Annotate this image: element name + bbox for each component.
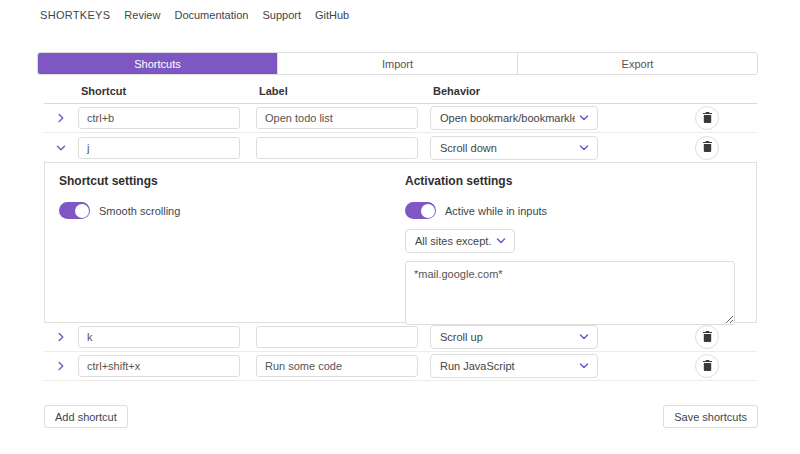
chevron-down-icon <box>579 115 589 122</box>
chevron-down-icon[interactable] <box>56 143 66 153</box>
label-input[interactable] <box>256 107 418 129</box>
behavior-select[interactable]: Open bookmark/bookmarklet in cu <box>430 106 598 130</box>
shortcut-settings-title: Shortcut settings <box>59 174 405 188</box>
chevron-down-icon <box>579 363 589 370</box>
behavior-select[interactable]: Run JavaScript <box>430 354 598 378</box>
top-nav: SHORTKEYS Review Documentation Support G… <box>0 0 800 21</box>
sites-scope-select[interactable]: All sites except... <box>405 229 515 253</box>
table-row: Scroll up <box>44 323 757 352</box>
chevron-down-icon <box>496 238 506 245</box>
shortcuts-table: Shortcut Label Behavior Open bookmark/bo… <box>44 88 757 381</box>
label-input[interactable] <box>256 355 418 377</box>
table-row: Scroll down <box>44 133 757 162</box>
header-behavior: Behavior <box>430 85 598 97</box>
activation-settings-title: Activation settings <box>405 174 742 188</box>
trash-icon <box>703 359 712 374</box>
shortcut-input[interactable] <box>78 137 240 159</box>
table-row: Open bookmark/bookmarklet in cu <box>44 104 757 133</box>
trash-icon <box>703 111 712 126</box>
tab-import[interactable]: Import <box>277 53 517 74</box>
shortcut-settings-panel: Shortcut settings Smooth scrolling Activ… <box>44 162 757 323</box>
smooth-scrolling-toggle[interactable] <box>59 202 90 219</box>
header-shortcut: Shortcut <box>78 85 240 97</box>
table-row: Run JavaScript <box>44 352 757 381</box>
chevron-right-icon[interactable] <box>56 361 66 371</box>
tab-export[interactable]: Export <box>517 53 757 74</box>
tab-shortcuts[interactable]: Shortcuts <box>38 53 277 74</box>
nav-link-support[interactable]: Support <box>262 9 301 21</box>
add-shortcut-button[interactable]: Add shortcut <box>44 405 128 428</box>
sites-textarea[interactable]: *mail.google.com* <box>405 261 735 325</box>
header-label: Label <box>256 85 418 97</box>
label-input[interactable] <box>256 137 418 159</box>
shortcut-input[interactable] <box>78 107 240 129</box>
brand-title: SHORTKEYS <box>40 9 110 21</box>
chevron-right-icon[interactable] <box>56 113 66 123</box>
table-header: Shortcut Label Behavior <box>44 88 757 104</box>
delete-shortcut-button[interactable] <box>695 354 719 378</box>
trash-icon <box>703 140 712 155</box>
chevron-down-icon <box>579 144 589 151</box>
delete-shortcut-button[interactable] <box>695 136 719 160</box>
shortcut-input[interactable] <box>78 355 240 377</box>
behavior-select[interactable]: Scroll up <box>430 325 598 349</box>
smooth-scrolling-label: Smooth scrolling <box>99 205 180 217</box>
nav-link-documentation[interactable]: Documentation <box>174 9 248 21</box>
trash-icon <box>703 330 712 345</box>
save-shortcuts-button[interactable]: Save shortcuts <box>663 405 758 428</box>
active-while-in-inputs-toggle[interactable] <box>405 202 436 219</box>
behavior-select[interactable]: Scroll down <box>430 136 598 160</box>
delete-shortcut-button[interactable] <box>695 325 719 349</box>
nav-link-github[interactable]: GitHub <box>315 9 349 21</box>
nav-link-review[interactable]: Review <box>124 9 160 21</box>
footer-actions: Add shortcut Save shortcuts <box>44 405 758 428</box>
delete-shortcut-button[interactable] <box>695 106 719 130</box>
shortcut-input[interactable] <box>78 326 240 348</box>
chevron-right-icon[interactable] <box>56 332 66 342</box>
tab-bar: Shortcuts Import Export <box>37 52 758 75</box>
label-input[interactable] <box>256 326 418 348</box>
chevron-down-icon <box>579 334 589 341</box>
active-while-in-inputs-label: Active while in inputs <box>445 205 547 217</box>
